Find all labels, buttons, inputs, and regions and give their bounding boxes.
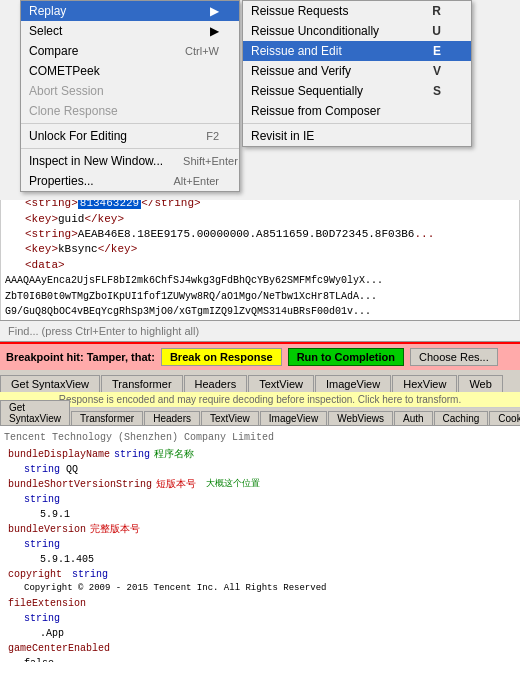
response-area: Response is encoded and may require deco… <box>0 392 520 673</box>
tree-row-12: string <box>4 611 516 626</box>
tree-value-8: 5.9.1.405 <box>40 554 94 565</box>
submenu-reissue-sequentially-label: Reissue Sequentially <box>251 84 363 98</box>
resp-tab-cookies[interactable]: Cookies <box>489 411 520 425</box>
submenu-reissue-verify-key: V <box>433 64 441 78</box>
menu-item-abort-label: Abort Session <box>29 84 104 98</box>
context-menu: Replay ▶ Select ▶ Compare Ctrl+W COMETPe… <box>20 0 240 192</box>
tree-type-4: string <box>24 494 60 505</box>
menu-item-compare[interactable]: Compare Ctrl+W <box>21 41 239 61</box>
submenu-reissue-requests-label: Reissue Requests <box>251 4 348 18</box>
tree-row-9: copyright string <box>4 567 516 582</box>
break-on-response-button[interactable]: Break on Response <box>161 348 282 366</box>
submenu-reissue-composer-label: Reissue from Composer <box>251 104 380 118</box>
tree-comment-3: 短版本号 <box>156 477 196 492</box>
menu-item-compare-label: Compare <box>29 44 78 58</box>
tab-textview[interactable]: TextView <box>248 375 314 392</box>
find-input[interactable] <box>4 322 516 340</box>
choose-response-button[interactable]: Choose Res... <box>410 348 498 366</box>
tab-get-syntaxview[interactable]: Get SyntaxView <box>0 375 100 392</box>
tab-transformer[interactable]: Transformer <box>101 375 183 392</box>
resp-tab-caching[interactable]: Caching <box>434 411 489 425</box>
menu-item-inspect-label: Inspect in New Window... <box>29 154 163 168</box>
tree-comment-6: 完整版本号 <box>90 522 140 537</box>
resp-tab-syntaxview[interactable]: Get SyntaxView <box>0 400 70 425</box>
menu-item-unlock-label: Unlock For Editing <box>29 129 127 143</box>
tree-type-9: string <box>72 569 108 580</box>
tab-hexview[interactable]: HexView <box>392 375 457 392</box>
submenu-reissue-requests-key: R <box>432 4 441 18</box>
menu-item-compare-shortcut: Ctrl+W <box>185 45 219 57</box>
tree-value-2: QQ <box>66 464 78 475</box>
tree-row-11: fileExtension <box>4 596 516 611</box>
resp-tab-transformer[interactable]: Transformer <box>71 411 143 425</box>
run-to-completion-button[interactable]: Run to Completion <box>288 348 404 366</box>
tab-web[interactable]: Web <box>458 375 502 392</box>
resp-tab-webviews[interactable]: WebViews <box>328 411 393 425</box>
tree-row-14: gameCenterEnabled <box>4 641 516 656</box>
tab-bar: Get SyntaxView Transformer Headers TextV… <box>0 370 520 392</box>
menu-item-properties-label: Properties... <box>29 174 94 188</box>
response-notice[interactable]: Response is encoded and may require deco… <box>0 392 520 408</box>
menu-item-properties-shortcut: Alt+Enter <box>173 175 219 187</box>
submenu-reissue-unconditionally[interactable]: Reissue Unconditionally U <box>243 21 471 41</box>
submenu-reissue-verify[interactable]: Reissue and Verify V <box>243 61 471 81</box>
menu-item-inspect-shortcut: Shift+Enter <box>183 155 238 167</box>
tree-row-3: bundleShortVersionString 短版本号 大概这个位置 <box>4 477 516 492</box>
xml-line-guid-key: <key>guid</key> <box>25 213 124 225</box>
menu-item-replay-label: Replay <box>29 4 66 18</box>
tree-row-8: 5.9.1.405 <box>4 552 516 567</box>
tree-annotation-3: 大概这个位置 <box>206 478 260 492</box>
tree-type-1: string <box>114 447 150 462</box>
tree-key-11: fileExtension <box>8 598 86 609</box>
find-bar <box>0 320 520 342</box>
menu-item-clone[interactable]: Clone Response <box>21 101 239 121</box>
resp-tab-headers[interactable]: Headers <box>144 411 200 425</box>
submenu-reissue-sequentially[interactable]: Reissue Sequentially S <box>243 81 471 101</box>
xml-data-2: ZbT0I6B0t0wTMgZboIKpUI1fof1ZUWyw8RQ/aO1M… <box>5 291 377 302</box>
menu-item-inspect[interactable]: Inspect in New Window... Shift+Enter <box>21 151 239 171</box>
tree-type-2: string <box>24 464 60 475</box>
tab-imageview[interactable]: ImageView <box>315 375 391 392</box>
submenu-sep <box>243 123 471 124</box>
submenu-reissue-composer[interactable]: Reissue from Composer <box>243 101 471 121</box>
menu-item-properties[interactable]: Properties... Alt+Enter <box>21 171 239 191</box>
breakpoint-label: Breakpoint hit: Tamper, that: <box>6 351 155 363</box>
menu-item-comet[interactable]: COMETPeek <box>21 61 239 81</box>
submenu-reissue-verify-label: Reissue and Verify <box>251 64 351 78</box>
tree-row-6: bundleVersion 完整版本号 <box>4 522 516 537</box>
menu-item-comet-label: COMETPeek <box>29 64 100 78</box>
menu-item-select[interactable]: Select ▶ <box>21 21 239 41</box>
submenu-reissue-sequentially-key: S <box>433 84 441 98</box>
menu-item-replay-arrow: ▶ <box>210 4 219 18</box>
tree-row-5: 5.9.1 <box>4 507 516 522</box>
tree-key-14: gameCenterEnabled <box>8 643 110 654</box>
submenu-reissue-edit-label: Reissue and Edit <box>251 44 342 58</box>
tab-headers[interactable]: Headers <box>184 375 248 392</box>
menu-item-select-label: Select <box>29 24 62 38</box>
tree-row-2: string QQ <box>4 462 516 477</box>
tree-row-10: Copyright © 2009 - 2015 Tencent Inc. All… <box>4 582 516 596</box>
menu-item-replay[interactable]: Replay ▶ <box>21 1 239 21</box>
menu-sep-1 <box>21 123 239 124</box>
menu-item-clone-label: Clone Response <box>29 104 118 118</box>
tree-value-13: .App <box>40 628 64 639</box>
tree-type-12: string <box>24 613 60 624</box>
response-tree: Tencent Technology (Shenzhen) Company Li… <box>0 426 520 662</box>
menu-item-select-arrow: ▶ <box>210 24 219 38</box>
resp-tab-textview[interactable]: TextView <box>201 411 259 425</box>
menu-item-unlock[interactable]: Unlock For Editing F2 <box>21 126 239 146</box>
response-tabs: Get SyntaxView Transformer Headers TextV… <box>0 408 520 426</box>
submenu-reissue-unconditionally-label: Reissue Unconditionally <box>251 24 379 38</box>
context-menu-container: Replay ▶ Select ▶ Compare Ctrl+W COMETPe… <box>0 0 520 200</box>
resp-tab-imageview[interactable]: ImageView <box>260 411 327 425</box>
xml-data-1: AAAQAAyEnca2UjsFLF8bI2mk6ChfSJ4wkg3gFdBh… <box>5 275 383 286</box>
submenu-revisit-ie[interactable]: Revisit in IE <box>243 126 471 146</box>
breakpoint-bar: Breakpoint hit: Tamper, that: Break on R… <box>0 342 520 370</box>
tree-type-7: string <box>24 539 60 550</box>
menu-item-abort[interactable]: Abort Session <box>21 81 239 101</box>
submenu-reissue-edit[interactable]: Reissue and Edit E <box>243 41 471 61</box>
submenu-reissue-requests[interactable]: Reissue Requests R <box>243 1 471 21</box>
tree-company: Tencent Technology (Shenzhen) Company Li… <box>4 430 516 445</box>
tree-row-13: .App <box>4 626 516 641</box>
resp-tab-auth[interactable]: Auth <box>394 411 433 425</box>
